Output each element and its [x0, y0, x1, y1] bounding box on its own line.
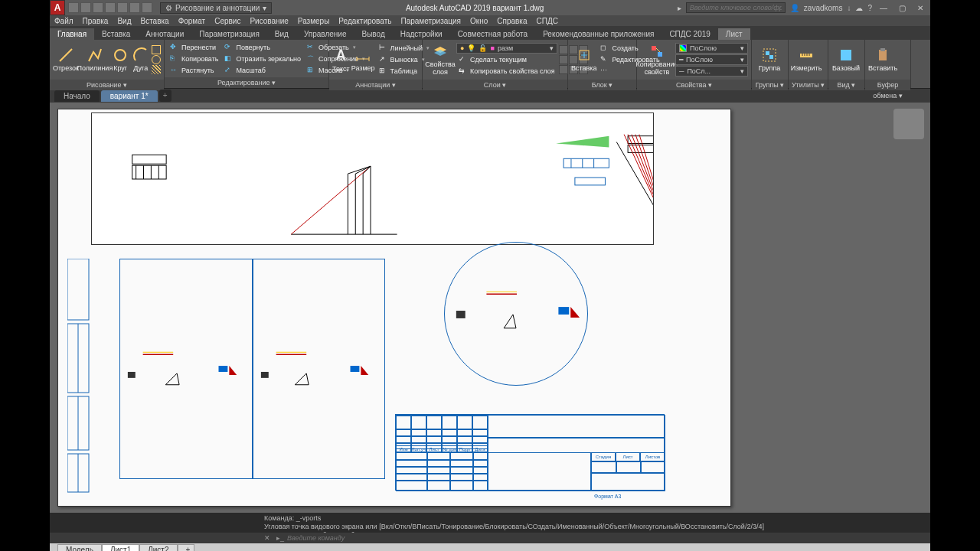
panel-modify-title[interactable]: Редактирование ▾: [165, 77, 328, 88]
measure-button[interactable]: Измерить: [792, 41, 821, 78]
panel-annot-title[interactable]: Аннотации ▾: [329, 80, 422, 90]
command-line[interactable]: ✕ ▸_: [50, 533, 930, 543]
match-props-button[interactable]: Копирование свойств: [640, 41, 674, 78]
menu-dim[interactable]: Размеры: [298, 17, 330, 25]
panel-view-title[interactable]: Вид ▾: [828, 80, 864, 90]
tab-insert[interactable]: Вставка: [94, 28, 138, 40]
mirror-button[interactable]: ◧Отразить зеркально: [222, 54, 303, 64]
workspace-selector[interactable]: ⚙ Рисование и аннотации ▾: [160, 2, 272, 14]
menu-spds[interactable]: СПДС: [537, 17, 558, 25]
menu-modify[interactable]: Редактировать: [338, 17, 391, 25]
move-button[interactable]: ✥Перенести: [168, 42, 220, 53]
tab-annot[interactable]: Аннотации: [138, 28, 191, 40]
save-icon[interactable]: [93, 2, 103, 13]
scale-button[interactable]: ⤢Масштаб: [222, 65, 303, 76]
menu-draw[interactable]: Рисование: [250, 17, 288, 25]
search-input[interactable]: [686, 2, 786, 13]
tab-layout2[interactable]: Лист2: [139, 544, 177, 552]
tab-layout1[interactable]: Лист1: [102, 544, 139, 552]
menu-edit[interactable]: Правка: [83, 17, 109, 25]
menu-help[interactable]: Справка: [497, 17, 527, 25]
viewport-top[interactable]: [91, 112, 654, 245]
tab-home[interactable]: Главная: [50, 28, 94, 40]
tab-output[interactable]: Вывод: [354, 28, 393, 40]
menu-param[interactable]: Параметризация: [400, 17, 461, 25]
saveas-icon[interactable]: [105, 2, 116, 13]
menu-insert[interactable]: Вставка: [140, 17, 168, 25]
cloud-icon[interactable]: ☁: [855, 4, 863, 12]
base-view-button[interactable]: Базовый: [831, 41, 861, 78]
tab-spds[interactable]: СПДС 2019: [662, 28, 717, 40]
panel-clip-title[interactable]: Буфер обмена ▾: [865, 80, 910, 90]
viewport-rect-1[interactable]: [119, 259, 253, 479]
tab-addins[interactable]: Надстройки: [393, 28, 450, 40]
copy-button[interactable]: ⎘Копировать: [168, 54, 220, 64]
ellipse-icon[interactable]: [152, 55, 161, 64]
app-logo[interactable]: A: [50, 0, 65, 15]
tab-collab[interactable]: Совместная работа: [450, 28, 536, 40]
panel-util-title[interactable]: Утилиты ▾: [789, 80, 828, 90]
tab-layout[interactable]: Лист: [718, 28, 750, 40]
svg-rect-21: [132, 155, 166, 164]
color-combo[interactable]: ПоСлою▾: [675, 43, 748, 54]
menu-window[interactable]: Окно: [470, 17, 488, 25]
command-input[interactable]: [287, 534, 926, 542]
tab-model[interactable]: Модель: [57, 544, 102, 552]
tab-start[interactable]: Начало: [54, 90, 100, 102]
new-icon[interactable]: [68, 2, 79, 13]
minimize-button[interactable]: —: [877, 2, 890, 13]
polyline-button[interactable]: Полилиния: [80, 41, 109, 78]
maximize-button[interactable]: ▢: [895, 2, 909, 13]
info-icon[interactable]: ▸: [678, 4, 681, 12]
user-icon[interactable]: 👤: [790, 4, 799, 12]
layer-props-button[interactable]: Свойства слоя: [426, 41, 455, 78]
panel-props-title[interactable]: Свойства ▾: [637, 80, 751, 90]
menu-file[interactable]: Файл: [54, 17, 74, 25]
group-button[interactable]: Группа: [755, 41, 784, 78]
tab-param[interactable]: Параметризация: [191, 28, 267, 40]
stretch-button[interactable]: ↔Растянуть: [168, 65, 220, 76]
panel-draw-title[interactable]: Рисование ▾: [50, 80, 164, 90]
panel-groups-title[interactable]: Группы ▾: [752, 80, 788, 90]
lineweight-combo[interactable]: ━ПоСлою▾: [675, 54, 748, 65]
help-icon[interactable]: ?: [867, 4, 872, 12]
undo-icon[interactable]: [117, 2, 128, 13]
line-button[interactable]: Отрезок: [53, 41, 79, 78]
redo-icon[interactable]: [129, 2, 140, 13]
menu-view[interactable]: Вид: [117, 17, 131, 25]
arc-button[interactable]: Дуга: [131, 41, 150, 78]
user-name[interactable]: zavadkoms: [804, 4, 843, 12]
rect-icon[interactable]: [152, 45, 161, 54]
menu-format[interactable]: Формат: [178, 17, 206, 25]
menu-service[interactable]: Сервис: [214, 17, 240, 25]
tab-current-file[interactable]: вариант 1*: [101, 90, 158, 102]
make-current-button[interactable]: ✓Сделать текущим: [456, 54, 557, 65]
hatch-icon[interactable]: [152, 65, 161, 74]
viewport-circle[interactable]: [444, 242, 588, 386]
circle-button[interactable]: Круг: [111, 41, 130, 78]
insert-block-button[interactable]: Вставка: [571, 41, 596, 78]
paper-space[interactable]: Изм Кол.уч Лист № док Подп Дата Стадия Л…: [57, 109, 731, 507]
match-layer-button[interactable]: ⇆Копировать свойства слоя: [456, 66, 557, 77]
layer-combo[interactable]: ●💡🔓■разм▾: [456, 43, 557, 54]
exchange-icon[interactable]: ↓: [847, 4, 851, 12]
dim-button[interactable]: Размер: [351, 41, 375, 78]
command-close-icon[interactable]: ✕: [264, 534, 270, 542]
panel-block-title[interactable]: Блок ▾: [568, 80, 636, 90]
tab-manage[interactable]: Управление: [296, 28, 354, 40]
print-icon[interactable]: [142, 2, 152, 13]
view-cube[interactable]: [893, 109, 924, 139]
linetype-combo[interactable]: ─ПоСл...▾: [675, 66, 748, 77]
tab-view[interactable]: Вид: [267, 28, 296, 40]
tab-add-layout[interactable]: +: [178, 544, 194, 552]
new-tab-button[interactable]: +: [159, 90, 172, 102]
text-button[interactable]: AТекст: [332, 41, 350, 78]
panel-layers-title[interactable]: Слои ▾: [423, 80, 567, 90]
viewport-rect-2[interactable]: [253, 259, 385, 479]
paste-button[interactable]: Вставить: [868, 41, 897, 78]
rotate-button[interactable]: ⟳Повернуть: [222, 42, 303, 53]
tab-recommended[interactable]: Рекомендованные приложения: [535, 28, 662, 40]
drawing-viewport[interactable]: Изм Кол.уч Лист № док Подп Дата Стадия Л…: [50, 103, 930, 513]
open-icon[interactable]: [80, 2, 91, 13]
close-button[interactable]: ✕: [913, 2, 927, 13]
